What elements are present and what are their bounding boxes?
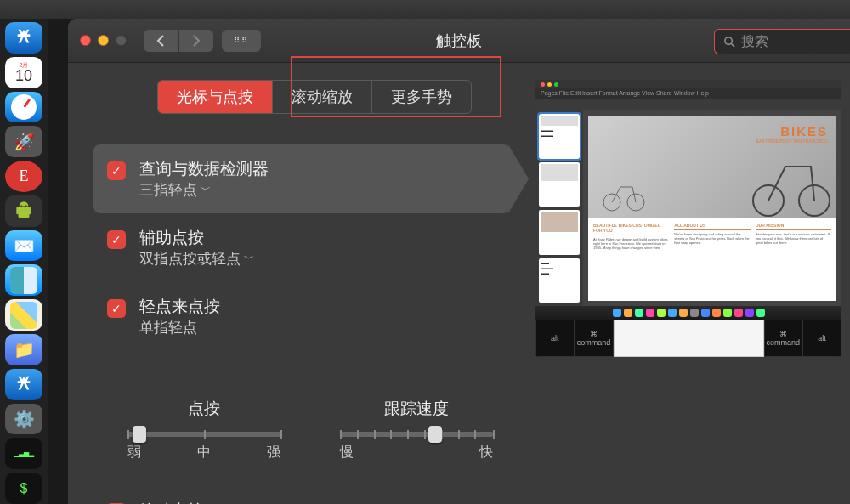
checkbox-tap[interactable]: ✓ bbox=[107, 299, 126, 318]
slider-track-label-max: 快 bbox=[479, 444, 493, 462]
preview-thumb-1: ▬▬▬▬▬▬ bbox=[539, 114, 580, 159]
slider-click-label-mid: 中 bbox=[197, 444, 211, 462]
dock-app-activity[interactable]: ▁▃▅▂ bbox=[5, 438, 42, 469]
slider-click-title: 点按 bbox=[128, 398, 280, 420]
svg-point-0 bbox=[725, 37, 732, 43]
slider-track-thumb[interactable] bbox=[428, 426, 442, 443]
search-field[interactable]: 搜索 bbox=[714, 29, 850, 54]
checkbox-secondary[interactable]: ✓ bbox=[107, 230, 126, 249]
dock-app-terminal[interactable]: $ bbox=[5, 473, 42, 504]
search-icon bbox=[723, 36, 736, 48]
slider-track-label-min: 慢 bbox=[340, 444, 354, 462]
option-silent-click[interactable]: ✓ 静默点按 bbox=[94, 484, 518, 504]
system-menubar bbox=[0, 0, 850, 19]
chevron-down-icon: ﹀ bbox=[201, 183, 211, 197]
preview-doc-title: BIKES bbox=[597, 124, 828, 139]
preview-keyboard: alt ⌘command ⌘command alt bbox=[536, 320, 842, 357]
tab-point-click[interactable]: 光标与点按 bbox=[158, 81, 273, 113]
close-button[interactable] bbox=[80, 35, 91, 46]
zoom-button[interactable] bbox=[116, 35, 127, 46]
search-placeholder: 搜索 bbox=[741, 33, 768, 51]
slider-click-track[interactable] bbox=[128, 432, 280, 437]
back-button[interactable] bbox=[144, 30, 178, 52]
key-command-right: ⌘command bbox=[764, 320, 803, 357]
dock-app-appstore[interactable] bbox=[5, 22, 42, 54]
preview-thumb-3 bbox=[539, 210, 580, 255]
slider-click-strength: 点按 弱 中 强 bbox=[128, 398, 280, 462]
gesture-preview-video: Pages File Edit Insert Format Arrange Vi… bbox=[536, 80, 842, 357]
option-tap-title: 轻点来点按 bbox=[139, 296, 220, 318]
preview-thumb-4: ▬▬▬▬▬▬▬ bbox=[539, 258, 580, 303]
dock-app-finder[interactable] bbox=[5, 264, 42, 296]
window-toolbar: ⠿⠿ 触控板 搜索 bbox=[68, 19, 850, 63]
option-secondary-title: 辅助点按 bbox=[139, 227, 254, 249]
slider-track-track[interactable] bbox=[340, 432, 493, 437]
key-alt-left: alt bbox=[536, 320, 575, 357]
option-tap-to-click[interactable]: ✓ 轻点来点按 单指轻点 bbox=[94, 282, 510, 351]
forward-button[interactable] bbox=[179, 30, 213, 52]
option-lookup-dropdown[interactable]: 三指轻点 ﹀ bbox=[139, 180, 269, 200]
tab-scroll-zoom[interactable]: 滚动缩放 bbox=[273, 81, 372, 113]
dock-app-appstore2[interactable] bbox=[5, 369, 42, 400]
option-tap-sub: 单指轻点 bbox=[139, 318, 220, 337]
window-traffic-lights bbox=[80, 35, 127, 46]
option-silent-title: 静默点按 bbox=[139, 500, 204, 504]
option-secondary-click[interactable]: ✓ 辅助点按 双指点按或轻点 ﹀ bbox=[94, 213, 510, 282]
slider-click-label-min: 弱 bbox=[128, 444, 141, 462]
slider-tracking-speed: 跟踪速度 慢 快 bbox=[340, 398, 493, 462]
dock-app-settings[interactable]: ⚙️ bbox=[5, 404, 42, 435]
show-all-button[interactable]: ⠿⠿ bbox=[222, 30, 261, 52]
chevron-down-icon: ﹀ bbox=[244, 252, 254, 266]
preferences-window: ⠿⠿ 触控板 搜索 光标与点按 滚动缩放 更多手势 ✓ 查询与数据检测器 bbox=[68, 19, 850, 504]
dock-app-maps[interactable] bbox=[5, 299, 42, 331]
tab-bar: 光标与点按 滚动缩放 更多手势 bbox=[94, 80, 536, 114]
preview-thumb-2 bbox=[539, 162, 580, 207]
dock-app-folder[interactable]: 📁 bbox=[5, 334, 42, 365]
option-lookup[interactable]: ✓ 查询与数据检测器 三指轻点 ﹀ bbox=[94, 144, 510, 213]
slider-click-thumb[interactable] bbox=[133, 426, 146, 443]
window-title: 触控板 bbox=[436, 31, 482, 51]
dock-app-android[interactable] bbox=[5, 195, 42, 227]
key-spacebar bbox=[614, 320, 764, 357]
dock-app-calendar[interactable]: 2月10 bbox=[5, 57, 42, 88]
tab-more-gestures[interactable]: 更多手势 bbox=[372, 81, 471, 113]
dock-app-safari[interactable] bbox=[5, 92, 42, 123]
option-secondary-dropdown[interactable]: 双指点按或轻点 ﹀ bbox=[139, 249, 254, 269]
minimize-button[interactable] bbox=[98, 35, 109, 46]
slider-click-label-max: 强 bbox=[267, 444, 280, 462]
key-alt-right: alt bbox=[802, 320, 842, 357]
dock-app-launchpad[interactable]: 🚀 bbox=[5, 126, 42, 157]
preview-document: BIKES EASY RIDERS OF SAN FRANCISCO BEAUT… bbox=[588, 116, 836, 301]
option-lookup-title: 查询与数据检测器 bbox=[139, 158, 269, 180]
checkbox-lookup[interactable]: ✓ bbox=[107, 161, 126, 180]
dock-app-mail[interactable]: ✉️ bbox=[5, 230, 42, 262]
system-dock: 2月10 🚀 E ✉️ 📁 ⚙️ ▁▃▅▂ $ bbox=[0, 19, 48, 504]
key-command-left: ⌘command bbox=[575, 320, 614, 357]
slider-track-title: 跟踪速度 bbox=[340, 398, 493, 420]
dock-app-reminders[interactable]: E bbox=[5, 161, 42, 192]
svg-line-1 bbox=[731, 43, 734, 47]
